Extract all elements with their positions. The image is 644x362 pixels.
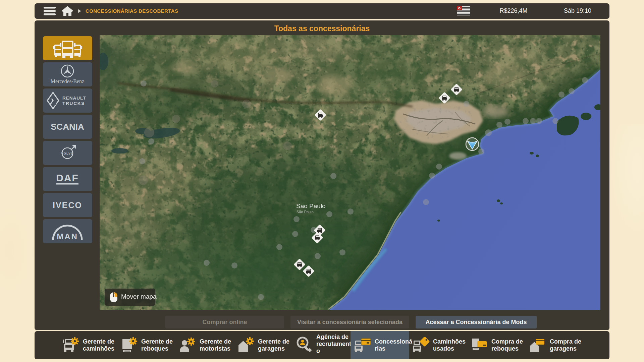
svg-text:São Paulo: São Paulo [297,210,314,214]
svg-text:TRUCKS: TRUCKS [62,101,85,106]
svg-text:VOLVO: VOLVO [61,152,74,155]
svg-text:Sao Paulo: Sao Paulo [296,202,326,209]
svg-text:RENAULT: RENAULT [62,96,86,101]
svg-text:SCANIA: SCANIA [51,122,84,132]
svg-text:MAN: MAN [57,232,78,241]
svg-text:DAF: DAF [56,172,79,183]
svg-text:IVECO: IVECO [53,200,82,210]
svg-text:Mercedes-Benz: Mercedes-Benz [51,78,84,84]
